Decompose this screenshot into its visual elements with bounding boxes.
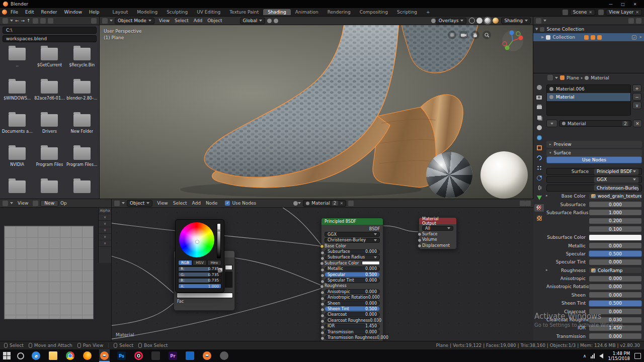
taskbar-app[interactable]: [219, 349, 229, 362]
editor-type-icon[interactable]: [3, 18, 8, 24]
material-users-count[interactable]: 2: [622, 121, 628, 126]
shader-menu-item[interactable]: View: [154, 201, 170, 206]
principled-input-row[interactable]: Subsurface Color: [325, 260, 380, 265]
editor-type-icon[interactable]: [536, 18, 541, 24]
object-icon[interactable]: [584, 35, 589, 40]
app-icon[interactable]: [220, 351, 228, 360]
viewport-menu-item[interactable]: Add: [191, 18, 205, 23]
property-value-field[interactable]: 0.000: [589, 242, 642, 249]
snap-magnet-icon[interactable]: [267, 19, 272, 23]
taskbar-app[interactable]: [48, 349, 58, 362]
use-nodes-checkbox[interactable]: ✓: [225, 201, 230, 206]
solid-shading-icon[interactable]: [476, 18, 482, 24]
principled-input-row[interactable]: Base Color: [325, 243, 380, 248]
material-name-field[interactable]: Material 2 ✕: [303, 200, 346, 207]
material-preview-shading-icon[interactable]: [485, 18, 491, 24]
principled-input-row[interactable]: Specular Tint 0.000: [325, 278, 380, 283]
sidebar-tab-alpha[interactable]: Alpha: [99, 208, 111, 214]
menu-item[interactable]: Edit: [22, 10, 37, 15]
workspace-tab[interactable]: Rendering: [323, 9, 355, 15]
folder-item[interactable]: $GetCurrent: [33, 44, 65, 77]
viewport-menu-item[interactable]: Object: [205, 18, 224, 23]
preview-panel-header[interactable]: ▸ Preview: [546, 141, 642, 148]
outliner-row-collection[interactable]: ▶ Collection ✓ ➤: [533, 33, 644, 41]
app-icon[interactable]: O: [134, 351, 143, 360]
viewport-menu-item[interactable]: Select: [172, 18, 191, 23]
color-mode-tab[interactable]: RGB: [178, 260, 192, 265]
mode-dropdown[interactable]: Object Mode: [115, 18, 154, 24]
sidebar-collapsed-panel[interactable]: ∨: [99, 214, 111, 221]
workspace-tab[interactable]: Sculpting: [162, 9, 192, 15]
property-value-field[interactable]: 0.000: [589, 259, 642, 265]
taskbar-app[interactable]: [99, 349, 110, 362]
color-mode-tab[interactable]: HSV: [193, 260, 207, 265]
start-button[interactable]: [3, 352, 11, 359]
editor-type-icon[interactable]: [547, 75, 553, 80]
slot-specials-button[interactable]: ∨: [632, 102, 641, 109]
menu-item[interactable]: Help: [86, 10, 103, 15]
image-browse-icon[interactable]: [33, 201, 38, 206]
editor-type-icon[interactable]: [3, 201, 8, 206]
property-value-field[interactable]: 0.030: [589, 317, 642, 323]
overlays-dropdown[interactable]: Overlays: [436, 18, 467, 24]
ramp-color-swatch-white[interactable]: [225, 265, 232, 270]
shader-menu-item[interactable]: Select: [171, 201, 190, 206]
principled-node-header[interactable]: Principled BSDF: [321, 218, 383, 225]
tab-render[interactable]: [534, 94, 544, 101]
window-control-button[interactable]: ✕: [629, 2, 641, 7]
property-value-field[interactable]: 0.500: [589, 300, 642, 307]
folder-item[interactable]: [1, 177, 33, 199]
taskbar-app[interactable]: [150, 349, 161, 362]
add-slot-button[interactable]: +: [632, 84, 641, 92]
bsdf-output-socket-row[interactable]: BSDF: [325, 226, 380, 231]
editor-type-icon[interactable]: [102, 18, 108, 24]
tray-expand-icon[interactable]: ∧: [583, 353, 587, 358]
search-icon[interactable]: [636, 18, 641, 24]
tab-constraints[interactable]: [534, 184, 544, 192]
principled-input-row[interactable]: Transmission Roughness 0.000: [325, 335, 380, 340]
node-canvas[interactable]: Fac RGBHSVHex R: 0.735 G: 0.735: [112, 208, 533, 341]
open-image-button[interactable]: Op: [60, 201, 67, 206]
taskbar-app[interactable]: [202, 349, 212, 362]
search-icon[interactable]: [17, 352, 24, 359]
window-control-button[interactable]: —: [605, 2, 617, 7]
property-value-field[interactable]: 0.200: [589, 218, 642, 224]
value-slider[interactable]: [217, 223, 221, 258]
color-wheel-cursor[interactable]: [196, 240, 199, 243]
grid-toggle-icon[interactable]: [448, 31, 456, 39]
taskbar-app[interactable]: Ps: [116, 349, 127, 362]
tab-output[interactable]: [534, 104, 544, 111]
breadcrumb-object[interactable]: Plane: [567, 75, 579, 80]
workspace-tab[interactable]: Compositing: [355, 9, 392, 15]
property-value-field[interactable]: 1.000: [589, 209, 642, 216]
workspace-tab[interactable]: +: [422, 9, 435, 15]
principled-input-row[interactable]: Anisotropic 0.000: [325, 289, 380, 294]
sidebar-collapsed-panel[interactable]: ∨: [99, 234, 111, 240]
output-input-row[interactable]: Surface: [422, 231, 453, 236]
image-view-menu[interactable]: View: [15, 201, 31, 206]
back-icon[interactable]: ←: [15, 18, 19, 23]
principled-input-row[interactable]: Sheen Tint 0.500: [325, 306, 380, 311]
display-mode-icon[interactable]: [40, 18, 46, 24]
color-channel-slider[interactable]: A: 1.000: [178, 284, 221, 289]
viewport-3d[interactable]: Object Mode ViewSelectAddObject Global O…: [100, 17, 533, 199]
taskbar-app[interactable]: [82, 349, 93, 362]
folder-item[interactable]: $WINDOWS...: [1, 77, 33, 111]
viewport-menu-item[interactable]: View: [156, 18, 172, 23]
ramp-color-swatch-black[interactable]: [225, 272, 232, 288]
workspace-tab[interactable]: Layout: [108, 9, 133, 15]
pan-hand-icon[interactable]: [471, 31, 479, 39]
use-nodes-button[interactable]: Use Nodes: [546, 156, 642, 163]
principled-input-row[interactable]: IOR 1.450: [325, 324, 380, 329]
network-icon[interactable]: [591, 353, 595, 358]
tab-particles[interactable]: [534, 164, 544, 171]
view-layer-selector[interactable]: View Layer ✕: [606, 9, 642, 16]
principled-input-row[interactable]: Subsurface 0.000: [325, 249, 380, 254]
color-wheel[interactable]: [179, 222, 214, 257]
property-value-field[interactable]: wood_grain_texture...: [589, 193, 642, 200]
property-value-field[interactable]: [589, 234, 642, 241]
disclosure-triangle-icon[interactable]: ▼: [535, 27, 538, 31]
remove-slot-button[interactable]: −: [632, 93, 641, 101]
taskbar-app[interactable]: e: [31, 349, 41, 362]
wireframe-shading-icon[interactable]: [469, 18, 475, 24]
